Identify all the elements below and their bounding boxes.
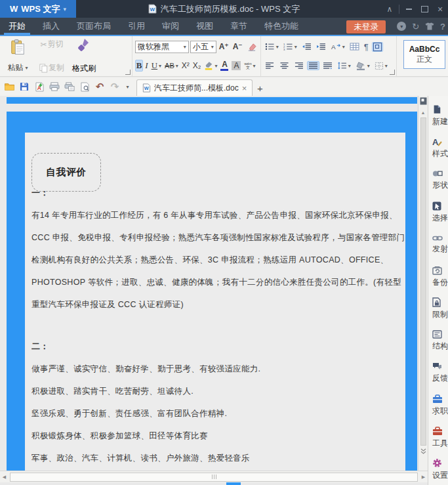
insert-table-button[interactable] bbox=[348, 42, 361, 51]
minimize-button[interactable] bbox=[401, 0, 417, 18]
save-button[interactable] bbox=[18, 79, 31, 94]
copy-button[interactable]: 复制 bbox=[38, 62, 66, 74]
sidebar-item-label: 反馈 bbox=[432, 373, 448, 384]
document-tab[interactable]: W 汽车工技师简...模板.doc × bbox=[136, 79, 253, 96]
title-bar: W WPS 文字 ▾ W 汽车工技师简历模板.doc - WPS 文字 ∧ × bbox=[0, 0, 448, 18]
tab-references[interactable]: 引用 bbox=[119, 18, 153, 35]
redo-button[interactable]: ↷ bbox=[108, 79, 121, 94]
scroll-up-icon[interactable]: ▲ bbox=[421, 110, 426, 115]
font-color-button[interactable]: A bbox=[219, 60, 230, 72]
highlight-button[interactable]: ▾ bbox=[203, 60, 218, 71]
app-menu-button[interactable]: W WPS 文字 ▾ bbox=[0, 0, 76, 18]
show-paragraph-marks-button[interactable]: ¶ bbox=[363, 41, 370, 53]
shrink-font-button[interactable]: A⁻ bbox=[232, 41, 244, 52]
horizontal-scrollbar[interactable]: ◀ ▶ bbox=[0, 471, 428, 482]
line-spacing-button[interactable]: ▾ bbox=[336, 61, 352, 70]
align-right-button[interactable] bbox=[293, 61, 305, 70]
sidebar-item-select[interactable]: 选择 bbox=[428, 196, 448, 228]
page-content-panel[interactable]: 自我评价 一： 有14 年专用车行业的工作经历，有 6 年从事专用车试验、产品公… bbox=[25, 133, 405, 471]
quickbar-more-button[interactable]: ▾ bbox=[123, 79, 131, 94]
login-button[interactable]: 未登录 bbox=[346, 20, 386, 33]
strikethrough-button[interactable]: AB▾ bbox=[163, 61, 180, 70]
scroll-left-icon[interactable]: ◀ bbox=[0, 474, 9, 480]
page-setup-toggle-button[interactable] bbox=[372, 42, 383, 52]
sidebar-item-new[interactable]: 新建 bbox=[428, 100, 448, 132]
numbering-button[interactable]: 123 ▾ bbox=[282, 42, 298, 51]
dialog-launcher-icon[interactable] bbox=[390, 70, 395, 75]
sidebar-item-structure[interactable]: 结构 bbox=[428, 325, 448, 357]
updates-icon[interactable]: ▾ bbox=[397, 22, 406, 31]
sidebar-item-styles[interactable]: A 样式 bbox=[428, 132, 448, 164]
help-icon[interactable]: ? bbox=[440, 22, 445, 32]
superscript-button[interactable]: X² bbox=[180, 60, 191, 71]
scroll-down-chevrons-icon[interactable] bbox=[420, 448, 426, 455]
font-size-select[interactable]: 小五 ▾ bbox=[190, 41, 216, 53]
print-preview-button[interactable] bbox=[63, 79, 76, 94]
underline-button[interactable]: U▾ bbox=[150, 60, 163, 72]
style-gallery-item[interactable]: AaBbCc 正文 bbox=[403, 40, 445, 69]
align-center-button[interactable] bbox=[278, 61, 291, 70]
justify-button[interactable] bbox=[307, 61, 319, 70]
caret-down-icon: ▾ bbox=[295, 44, 297, 50]
decrease-indent-button[interactable] bbox=[300, 42, 313, 51]
borders-button[interactable]: ▾ bbox=[373, 61, 389, 71]
bullets-button[interactable]: ▾ bbox=[264, 42, 280, 51]
tab-view[interactable]: 视图 bbox=[188, 18, 222, 35]
clear-format-button[interactable] bbox=[245, 42, 258, 52]
sidebar-item-restrict[interactable]: 限制 bbox=[428, 293, 448, 325]
tab-special-features[interactable]: 特色功能 bbox=[256, 18, 307, 35]
tab-review[interactable]: 审阅 bbox=[153, 18, 188, 35]
phonetic-guide-button[interactable]: wén文 ▾ bbox=[243, 61, 256, 70]
skin-tshirt-icon[interactable] bbox=[425, 22, 434, 30]
clipboard-icon bbox=[10, 39, 26, 55]
character-shading-button[interactable]: A bbox=[230, 60, 242, 71]
close-button[interactable]: × bbox=[432, 0, 448, 18]
vertical-scrollbar[interactable]: ▲ bbox=[418, 96, 428, 471]
export-pdf-button[interactable]: A bbox=[33, 79, 46, 94]
close-tab-icon[interactable]: × bbox=[242, 84, 247, 93]
cut-button[interactable]: ✂ 剪切 bbox=[38, 38, 66, 51]
body-line: 积极锻炼身体、积极参加篮球、田径等体育比赛 bbox=[31, 425, 405, 447]
maximize-button[interactable] bbox=[417, 0, 432, 18]
align-left-button[interactable] bbox=[264, 61, 276, 70]
print-button[interactable] bbox=[48, 79, 61, 94]
new-tab-button[interactable]: + bbox=[253, 80, 267, 96]
collapse-ribbon-button[interactable]: ∧ bbox=[382, 0, 397, 18]
tab-section[interactable]: 章节 bbox=[222, 18, 256, 35]
dialog-launcher-icon[interactable] bbox=[125, 70, 131, 75]
sidebar-item-shapes[interactable]: 形状 bbox=[428, 164, 448, 196]
sync-icon[interactable]: ↻ bbox=[412, 22, 419, 32]
format-painter-button[interactable]: 格式刷 bbox=[72, 63, 96, 74]
font-name-select[interactable]: 微软雅黑 ▾ bbox=[135, 41, 189, 53]
tab-home[interactable]: 开始 bbox=[0, 18, 34, 35]
caret-down-icon: ▾ bbox=[253, 63, 256, 69]
tab-page-layout[interactable]: 页面布局 bbox=[68, 18, 119, 35]
scissors-icon: ✂ bbox=[40, 40, 47, 49]
page-magnifier-icon bbox=[81, 82, 89, 92]
sidebar-item-settings[interactable]: 设置 bbox=[428, 453, 448, 485]
grow-font-button[interactable]: A⁺ bbox=[218, 41, 230, 52]
paste-button[interactable]: 粘贴▾ bbox=[3, 38, 33, 74]
tab-insert[interactable]: 插入 bbox=[34, 18, 68, 35]
shading-button[interactable]: ▾ bbox=[354, 61, 371, 71]
sidebar-item-job[interactable]: 求职 bbox=[428, 389, 448, 421]
ruler-toggle-icon[interactable] bbox=[420, 97, 427, 105]
text-direction-button[interactable]: A ▾ bbox=[329, 42, 346, 52]
sidebar-item-feedback[interactable]: 反馈 bbox=[428, 357, 448, 389]
pdf-icon: A bbox=[35, 82, 44, 92]
vertical-scroll-thumb[interactable] bbox=[420, 117, 426, 446]
document-page[interactable]: 自我评价 一： 有14 年专用车行业的工作经历，有 6 年从事专用车试验、产品公… bbox=[7, 112, 417, 471]
italic-button[interactable]: I bbox=[144, 60, 149, 72]
sidebar-item-backup[interactable]: 备份 bbox=[428, 261, 448, 293]
open-file-button[interactable] bbox=[3, 79, 16, 94]
sidebar-item-tools[interactable]: 工具 bbox=[428, 421, 448, 453]
sidebar-item-send[interactable]: 发射 bbox=[428, 228, 448, 261]
subscript-button[interactable]: X₂ bbox=[192, 60, 203, 71]
bold-button[interactable]: B bbox=[135, 60, 144, 72]
increase-indent-button[interactable] bbox=[315, 42, 327, 51]
scroll-right-icon[interactable]: ▶ bbox=[419, 474, 428, 480]
view-document-button[interactable] bbox=[78, 79, 91, 94]
horizontal-scroll-thumb[interactable] bbox=[10, 473, 418, 482]
distribute-button[interactable] bbox=[321, 61, 334, 70]
undo-button[interactable]: ↶ bbox=[93, 79, 106, 94]
